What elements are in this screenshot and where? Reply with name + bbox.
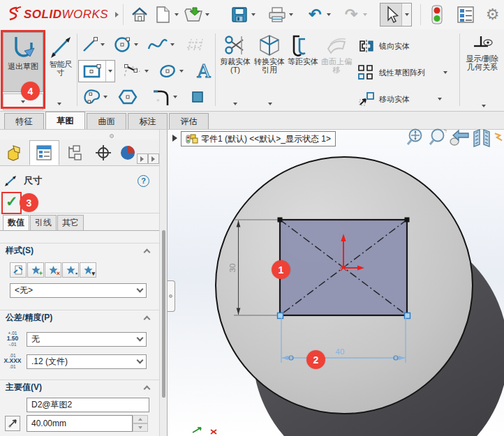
fillet-dropdown[interactable] (173, 96, 177, 98)
rectangle-tool-selected[interactable] (78, 60, 115, 82)
tab-evaluate[interactable]: 评估 (169, 113, 209, 129)
section-view-button[interactable] (470, 126, 493, 149)
style-section-header[interactable]: 样式(S) (0, 243, 159, 258)
offset-entities-button[interactable]: 等距实体 (288, 33, 318, 66)
fillet-tool[interactable]: × (151, 87, 177, 107)
undo-dropdown[interactable] (327, 13, 331, 16)
tab-features[interactable]: 特征 (4, 113, 44, 129)
options-list-button[interactable] (454, 3, 477, 27)
sketch-text-tool[interactable]: A (195, 61, 213, 81)
undo-button[interactable]: ↶ (303, 3, 327, 27)
circle-tool[interactable] (113, 35, 138, 54)
move-entities-dropdown[interactable] (438, 98, 442, 100)
delete-style-button[interactable]: × (45, 262, 61, 278)
panel-splitter-dot[interactable] (110, 134, 114, 138)
spinner-down-button[interactable] (133, 423, 148, 432)
mirror-entities-button[interactable]: 镜向实体 (357, 39, 410, 53)
open-document-button[interactable] (181, 3, 205, 27)
tab-markup[interactable]: 标注 (128, 113, 168, 129)
tolerance-select[interactable]: 无 (27, 332, 147, 347)
display-relations-flyout[interactable] (473, 102, 494, 110)
linear-pattern-dropdown[interactable] (443, 71, 447, 74)
select-tool-button[interactable] (380, 3, 412, 27)
menu-expand-icon[interactable] (115, 12, 119, 17)
shaded-region-tool[interactable] (191, 91, 204, 103)
save-dropdown[interactable] (251, 13, 255, 16)
save-style-button[interactable]: ▪ (62, 262, 79, 278)
trim-flyout[interactable] (225, 99, 246, 109)
select-tool-dropdown[interactable] (401, 3, 411, 26)
primary-value-section-header[interactable]: 主要值(V) (0, 379, 159, 395)
scroll-right-arrow[interactable] (148, 153, 159, 164)
move-entities-button[interactable]: 移动实体 (357, 91, 442, 107)
precision-select[interactable]: .12 (文件) (27, 354, 147, 369)
collapse-chevron-icon[interactable] (144, 386, 151, 393)
redo-dropdown[interactable] (363, 13, 367, 16)
dimension-name-field[interactable]: D2@草图2 (27, 398, 149, 412)
line-tool[interactable] (81, 36, 105, 54)
line-dropdown[interactable] (101, 43, 105, 46)
corner-handle-selected[interactable] (278, 313, 283, 319)
panel-scrollbar[interactable] (159, 130, 167, 436)
tab-display-manager[interactable] (118, 140, 135, 165)
add-style-button[interactable]: + (27, 262, 44, 278)
spline-tool[interactable] (147, 35, 175, 54)
new-document-button[interactable] (151, 3, 175, 27)
collapse-chevron-icon[interactable] (144, 249, 151, 256)
dimension-link-button[interactable] (5, 416, 20, 431)
new-document-dropdown[interactable] (175, 13, 179, 16)
freeform-tool[interactable] (81, 87, 108, 107)
scroll-left-arrow[interactable] (137, 153, 148, 164)
arc-dropdown[interactable] (144, 70, 149, 73)
zoom-area-button[interactable] (426, 126, 448, 149)
breadcrumb-expand-icon[interactable] (172, 135, 177, 142)
rectangle-dropdown[interactable] (105, 61, 114, 82)
convert-entities-button[interactable]: 转换实体引用 (253, 33, 286, 74)
convert-flyout[interactable] (260, 99, 281, 109)
style-select[interactable]: <无> (10, 283, 147, 298)
corner-handle-selected[interactable] (405, 313, 410, 319)
tab-property-manager[interactable] (29, 140, 59, 165)
tab-surfaces[interactable]: 曲面 (87, 113, 126, 129)
graphics-viewport[interactable]: 30 (168, 130, 504, 436)
spinner-up-button[interactable] (133, 415, 148, 423)
circle-dropdown[interactable] (134, 43, 138, 46)
collapse-chevron-icon[interactable] (144, 316, 151, 323)
home-button[interactable] (128, 3, 151, 27)
spline-dropdown[interactable] (170, 43, 175, 46)
previous-view-button[interactable] (448, 126, 470, 149)
ellipse-dropdown[interactable] (179, 70, 184, 73)
print-dropdown[interactable] (289, 13, 293, 16)
tab-other[interactable]: 其它 (57, 215, 84, 230)
smart-dimension-flyout[interactable] (49, 99, 70, 109)
tab-dimxpert[interactable] (89, 140, 118, 165)
tab-leaders[interactable]: 引线 (30, 215, 57, 230)
dimension-value-field[interactable]: 40.00mm (27, 415, 133, 432)
tolerance-section-header[interactable]: 公差/精度(P) (0, 310, 159, 325)
smart-dimension-button[interactable]: 智能尺寸 (46, 33, 75, 77)
trim-entities-button[interactable]: 剪裁实体(T) (219, 33, 251, 74)
settings-button[interactable]: ⚙ (481, 3, 504, 27)
polygon-tool[interactable] (117, 87, 138, 107)
display-relations-button[interactable]: 显示/删除几何关系 (464, 33, 501, 71)
zoom-fit-button[interactable] (403, 126, 426, 149)
clipped-tool-button[interactable] (493, 126, 504, 149)
linear-pattern-button[interactable]: 线性草图阵列 (356, 63, 447, 82)
panel-fly-splitter[interactable] (168, 280, 175, 312)
open-document-dropdown[interactable] (205, 13, 209, 16)
tab-configurations[interactable] (59, 140, 89, 165)
save-button[interactable] (228, 3, 251, 27)
tab-feature-tree[interactable] (0, 140, 29, 165)
print-button[interactable] (265, 3, 289, 27)
document-breadcrumb[interactable]: 零件1 (默认) <<默认>_显示状态 1> (181, 131, 336, 146)
apply-default-style-button[interactable] (10, 262, 27, 278)
rebuild-button[interactable] (425, 3, 448, 27)
tab-value[interactable]: 数值 (3, 215, 29, 230)
redo-button[interactable]: ↷ (339, 3, 363, 27)
ellipse-tool[interactable] (157, 61, 184, 82)
help-button[interactable]: ? (138, 175, 149, 187)
tab-sketch[interactable]: 草图 (45, 112, 85, 129)
panel-scrollbar-thumb[interactable] (162, 230, 165, 398)
load-style-button[interactable]: ▾ (80, 262, 96, 278)
freeform-dropdown[interactable] (103, 96, 108, 98)
